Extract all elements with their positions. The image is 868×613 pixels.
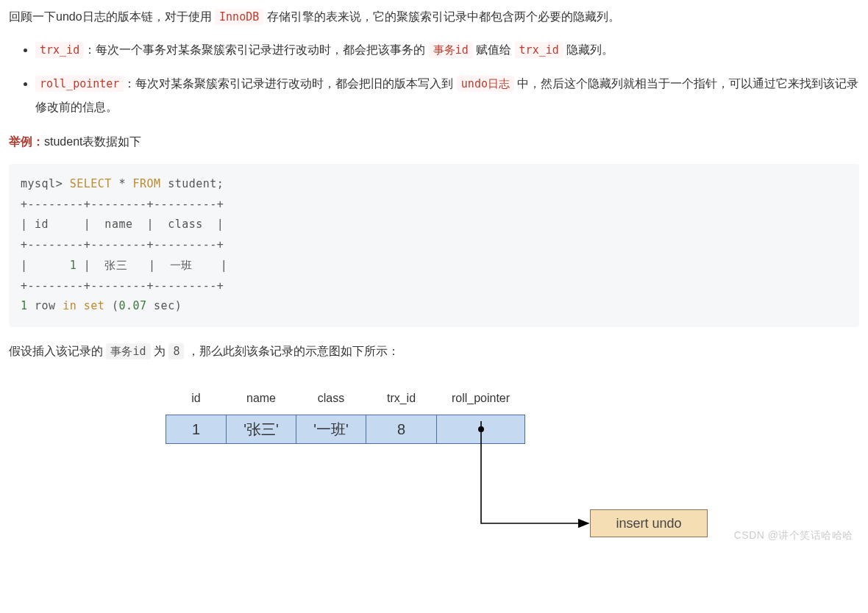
table-header-row: id name class trx_id roll_pointer [166, 384, 525, 415]
code-innodb: InnoDB [215, 9, 263, 25]
bullet-item-trxid: trx_id：每次一个事务对某条聚簇索引记录进行改动时，都会把该事务的 事务id… [35, 38, 859, 62]
bullet-text: ：每次一个事务对某条聚簇索引记录进行改动时，都会把该事务的 [84, 43, 428, 56]
example-desc: student表数据如下 [44, 135, 141, 148]
code-undolog: undo日志 [457, 76, 514, 92]
assume-text: 为 [151, 345, 169, 357]
header-rollpointer: roll_pointer [437, 384, 525, 415]
example-heading: 举例：student表数据如下 [9, 131, 859, 153]
watermark-text: CSDN @讲个笑话哈哈哈 [734, 526, 853, 545]
code-trxid: trx_id [35, 42, 84, 58]
code-trxid: trx_id [515, 42, 563, 58]
cell-name: '张三' [227, 415, 296, 443]
example-label: 举例： [9, 135, 44, 148]
code-eight: 8 [168, 343, 184, 359]
assume-text: 假设插入该记录的 [9, 345, 106, 357]
insert-undo-label: insert undo [616, 511, 681, 536]
record-table: id name class trx_id roll_pointer 1 '张三'… [166, 384, 525, 443]
intro-paragraph: 回顾一下undo日志的版本链，对于使用 InnoDB 存储引擎的表来说，它的聚簇… [9, 6, 859, 28]
header-name: name [227, 384, 296, 415]
assume-text: ，那么此刻该条记录的示意图如下所示： [184, 345, 399, 357]
cell-rollpointer [437, 415, 525, 443]
sql-codeblock: mysql> SELECT * FROM student; +--------+… [9, 164, 859, 327]
pointer-dot-icon [478, 426, 484, 432]
code-transaction-id: 事务id [106, 343, 150, 359]
bullet-text: 隐藏列。 [563, 43, 613, 56]
intro-suffix: 存储引擎的表来说，它的聚簇索引记录中都包含两个必要的隐藏列。 [263, 10, 619, 23]
intro-prefix: 回顾一下undo日志的版本链，对于使用 [9, 10, 215, 23]
header-trxid: trx_id [366, 384, 437, 415]
insert-undo-box: insert undo [590, 509, 708, 537]
bullet-text: ：每次对某条聚簇索引记录进行改动时，都会把旧的版本写入到 [124, 77, 456, 90]
bullet-item-rollpointer: roll_pointer：每次对某条聚簇索引记录进行改动时，都会把旧的版本写入到… [35, 72, 859, 119]
cell-class: '一班' [296, 415, 366, 443]
bullet-list: trx_id：每次一个事务对某条聚簇索引记录进行改动时，都会把该事务的 事务id… [9, 38, 859, 119]
bullet-text: 赋值给 [473, 43, 515, 56]
code-rollpointer: roll_pointer [35, 76, 124, 92]
table-data-row: 1 '张三' '一班' 8 [166, 415, 525, 443]
code-transaction-id: 事务id [429, 42, 473, 58]
record-diagram: id name class trx_id roll_pointer 1 '张三'… [9, 384, 859, 546]
assumption-paragraph: 假设插入该记录的 事务id 为 8 ，那么此刻该条记录的示意图如下所示： [9, 340, 859, 362]
cell-trxid: 8 [366, 415, 437, 443]
header-class: class [296, 384, 366, 415]
header-id: id [166, 384, 227, 415]
cell-id: 1 [166, 415, 227, 443]
